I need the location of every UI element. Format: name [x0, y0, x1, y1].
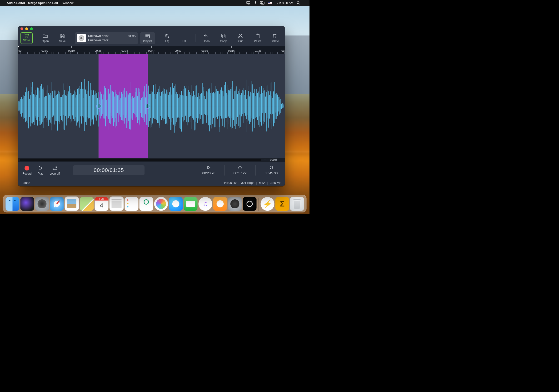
dock-app-calendar[interactable] — [95, 197, 109, 211]
window-minimize-button[interactable] — [25, 27, 28, 30]
save-icon — [60, 33, 65, 38]
svg-rect-12 — [221, 34, 224, 37]
svg-point-9 — [167, 34, 167, 35]
fx-button[interactable]: FX — [177, 32, 192, 44]
paste-icon — [255, 33, 260, 38]
save-label: Save — [59, 39, 65, 43]
dock-app-messages[interactable] — [169, 197, 183, 211]
window-close-button[interactable] — [20, 27, 23, 30]
store-button[interactable]: Store — [20, 32, 33, 44]
time-ruler[interactable]: 00:0000:0900:1900:2800:3800:4700:5701:06… — [18, 46, 285, 54]
ruler-tick-label: 01:35 — [281, 49, 285, 52]
dock-app-djay[interactable] — [243, 197, 257, 211]
dock-app-ibooks[interactable] — [213, 197, 227, 211]
ruler-tick-label: 00:19 — [68, 49, 75, 52]
paste-button[interactable]: Paste — [250, 32, 265, 44]
cut-button[interactable]: Cut — [233, 32, 248, 44]
waveform — [18, 75, 285, 137]
zoom-level: 100% — [268, 158, 280, 161]
waveform-canvas[interactable] — [18, 54, 285, 158]
dock-app-photos2[interactable] — [154, 197, 168, 211]
window-titlebar[interactable] — [18, 26, 285, 31]
playlist-label: Playlist — [143, 39, 152, 43]
dock-app-ibooks-store[interactable] — [140, 197, 153, 211]
album-art-icon — [77, 34, 86, 42]
track-duration: 01:35 — [128, 34, 136, 38]
menu-window[interactable]: Window — [62, 1, 73, 5]
ruler-tick-label: 00:28 — [95, 49, 102, 52]
svg-point-11 — [168, 37, 169, 38]
open-button[interactable]: Open — [38, 32, 53, 44]
horizontal-scroll: − 100% + — [18, 158, 285, 162]
track-name: Unknown track — [88, 38, 109, 42]
dock-app-trash[interactable] — [290, 197, 304, 211]
play-icon — [38, 165, 43, 171]
app-toolbar: Store Open Save Unknown artist Unknown t… — [18, 31, 285, 46]
dock-separator — [259, 198, 259, 211]
trash-icon — [273, 33, 277, 38]
ruler-tick-label: 00:38 — [121, 49, 128, 52]
dock-app-finder[interactable] — [6, 197, 19, 211]
track-artist: Unknown artist — [88, 34, 109, 38]
menu-clock[interactable]: Sun 8:50 AM — [276, 1, 293, 5]
dock-app-reminders[interactable] — [125, 197, 139, 211]
svg-point-3 — [297, 1, 299, 4]
selection-duration-value: 00:17.22 — [233, 171, 247, 175]
status-bar: Pause 44100 Hz| 321 Kbps| M4A| 3.85 MB — [18, 179, 285, 186]
display-menu-icon[interactable] — [246, 1, 251, 5]
open-label: Open — [42, 39, 48, 43]
loop-icon — [52, 165, 58, 171]
dock-app-launchpad[interactable] — [35, 197, 49, 211]
bluetooth-menu-icon[interactable] — [254, 1, 257, 5]
undo-label: Undo — [203, 39, 210, 43]
svg-point-5 — [304, 3, 304, 3]
svg-rect-1 — [260, 1, 263, 4]
record-icon — [25, 166, 29, 170]
input-source-flag-icon[interactable] — [268, 2, 272, 4]
record-button[interactable]: Record — [22, 165, 32, 175]
cut-label: Cut — [238, 39, 243, 43]
dock-app-thunderbolt[interactable] — [261, 197, 274, 211]
copy-icon — [221, 33, 226, 38]
dock-app-facetime[interactable] — [184, 197, 198, 211]
dock-app-maps[interactable] — [80, 197, 94, 211]
dock-app-preferences[interactable] — [228, 197, 242, 211]
ruler-tick-label: 00:47 — [148, 49, 155, 52]
playlist-button[interactable]: Playlist — [140, 32, 155, 44]
dock-app-safari[interactable] — [50, 197, 64, 211]
save-button[interactable]: Save — [55, 32, 70, 44]
undo-icon — [204, 33, 209, 38]
play-button[interactable]: Play — [38, 165, 43, 175]
svg-point-6 — [304, 4, 304, 4]
dock-app-photos[interactable] — [65, 196, 79, 211]
ruler-tick-label: 01:16 — [228, 49, 235, 52]
zoom-in-button[interactable]: + — [280, 158, 285, 162]
window-zoom-button[interactable] — [30, 27, 33, 30]
delete-button[interactable]: Delete — [267, 32, 282, 44]
zoom-out-button[interactable]: − — [262, 158, 268, 162]
sample-rate: 44100 Hz — [223, 181, 237, 185]
airplay-menu-icon[interactable] — [260, 1, 265, 5]
system-menu-bar: Audio Editor - Merge Split And Edit Wind… — [0, 0, 309, 6]
copy-button[interactable]: Copy — [216, 32, 231, 44]
eq-label: EQ — [165, 39, 169, 43]
loop-button[interactable]: Loop off — [49, 165, 60, 175]
ruler-tick-label: 01:06 — [201, 49, 208, 52]
copy-label: Copy — [220, 39, 227, 43]
app-name[interactable]: Audio Editor - Merge Split And Edit — [7, 1, 58, 5]
transport-bar: Record Play Loop off 00:00/01:35 00:28.7… — [18, 162, 285, 179]
eq-button[interactable]: EQ — [159, 32, 175, 44]
spotlight-search-icon[interactable] — [297, 1, 300, 5]
equalizer-icon — [165, 33, 170, 38]
dock-app-notes[interactable] — [110, 196, 124, 211]
scrollbar-track[interactable] — [20, 159, 261, 161]
dock-app-siri[interactable] — [20, 197, 34, 211]
dock-app-itunes[interactable] — [199, 197, 212, 211]
fx-icon — [182, 33, 187, 38]
notification-center-icon[interactable] — [304, 1, 307, 5]
dock-app-sigma[interactable] — [275, 197, 289, 211]
fx-label: FX — [182, 39, 186, 43]
undo-button[interactable]: Undo — [199, 32, 214, 44]
ruler-tick-label: 00:00 — [18, 49, 21, 52]
loop-label: Loop off — [49, 172, 60, 175]
